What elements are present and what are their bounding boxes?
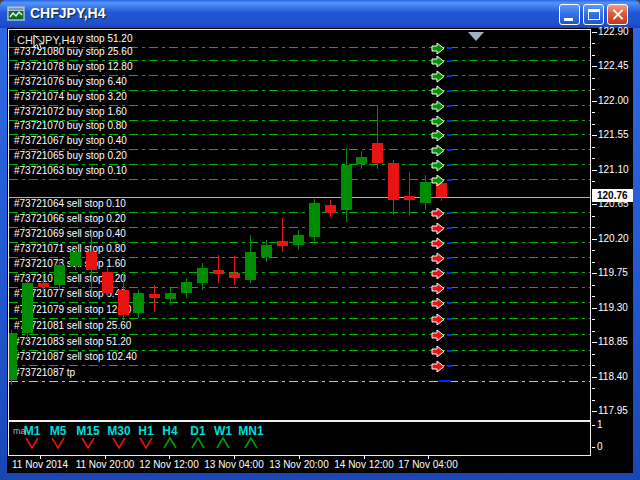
sell-order-arrow-icon [431,266,446,279]
indicator-name-label: ma [13,426,26,436]
buy-stop-order-label: #73721067 buy stop 0.40 [14,135,127,146]
sell-order-arrow-icon [431,328,446,341]
current-price-tag: 120.76 [592,189,633,202]
price-axis-tick [592,181,595,182]
sell-order-arrow-icon [431,206,446,219]
order-blue-tick [447,318,452,320]
sell-order-arrow-icon [431,251,446,264]
candle-body [420,182,431,203]
titlebar[interactable]: CHFJPY,H4 [0,0,640,28]
order-blue-tick [447,149,452,151]
candle-body [102,272,113,293]
close-button[interactable] [607,4,628,25]
order-blue-tick [447,242,452,244]
candle-body [356,157,367,164]
price-axis-label: 122.00 [598,95,629,106]
price-axis-label: 121.55 [598,129,629,140]
price-axis-tick [592,354,595,355]
candle-body [54,265,65,285]
order-blue-tick [447,272,452,274]
price-axis-tick [592,342,597,343]
buy-order-arrow-icon [431,84,446,97]
chart-window-icon [7,6,25,21]
price-axis-tick [592,365,595,366]
price-axis-tick [592,319,595,320]
chart-shift-marker-icon[interactable] [468,32,484,41]
price-axis-tick [592,411,597,412]
candle-body [293,235,304,245]
buy-stop-order-label: #73721074 buy stop 3.20 [14,91,127,102]
candle-body [325,205,336,213]
order-blue-tick [447,334,452,336]
candle-body [149,294,160,298]
price-axis-tick [592,400,595,401]
candle-wick [218,255,219,283]
minimize-button[interactable] [559,4,580,25]
indicator-subwindow[interactable]: ma M1M5M15M30H1H4D1W1MN1 [8,421,591,456]
order-blue-tick [447,179,452,181]
buy-order-arrow-icon [431,158,446,171]
price-axis-label: 118.85 [598,336,628,347]
candle-body [197,268,208,283]
main-chart-area[interactable]: CHFJPY,H4 #73721082 buy stop 51.20#73721… [8,29,591,421]
buy-stop-order-label: #73721080 buy stop 25.60 [14,46,132,57]
maximize-button[interactable] [583,4,604,25]
candle-body [213,270,224,274]
mt4-chart-window: CHFJPY,H4 CHFJPY,H4 #73721082 buy stop 5… [0,0,640,480]
buy-order-arrow-icon [431,143,446,156]
candle-body [38,283,49,287]
price-axis-tick [592,239,597,240]
subwindow-scale-top: 1 [597,419,603,430]
buy-stop-order-label: #73721063 buy stop 0.10 [14,165,127,176]
time-axis-label: 17 Nov 04:00 [398,459,458,470]
order-blue-tick [447,120,452,122]
price-axis-tick [592,296,595,297]
price-axis-tick [592,285,595,286]
symbol-period-label: CHFJPY,H4 [15,34,77,46]
buy-stop-order-label: #73721065 buy stop 0.20 [14,150,127,161]
price-axis-tick [592,147,595,148]
candle-body [181,282,192,293]
sell-order-arrow-icon [431,344,446,357]
order-blue-tick [447,257,452,259]
sell-stop-order-label: #73721069 sell stop 0.40 [14,228,126,239]
sell-stop-line [9,302,590,303]
sell-order-arrow-icon [431,281,446,294]
candle-body [86,252,97,270]
time-axis-label: 12 Nov 12:00 [139,459,199,470]
sell-stop-order-label: #73721066 sell stop 0.20 [14,213,126,224]
signal-up-icon [215,436,231,449]
price-axis-tick [592,112,595,113]
price-axis-label: 121.10 [598,164,629,175]
sell-order-arrow-icon [431,221,446,234]
price-axis-tick [592,331,595,332]
buy-order-arrow-icon [431,69,446,82]
subwindow-tick [592,425,595,426]
order-blue-tick [447,75,452,77]
price-axis-tick [592,273,597,274]
buy-stop-order-label: #73721072 buy stop 1.60 [14,106,127,117]
candle-body [309,203,320,237]
subwindow-tick [592,447,595,448]
candle-body [165,293,176,299]
price-axis-tick [592,78,595,79]
price-axis-tick [592,32,597,33]
candle-body [229,273,240,278]
candle-wick [234,256,235,285]
time-axis-label: 13 Nov 20:00 [269,459,329,470]
time-axis-label: 14 Nov 12:00 [334,459,394,470]
candle-body [118,290,129,315]
candle-wick [154,285,155,312]
candle-body [261,245,272,257]
price-axis-label: 117.95 [598,405,628,416]
sell-order-arrow-icon [431,359,446,372]
price-axis-tick [592,262,595,263]
price-axis-tick [592,204,597,205]
buy-order-arrow-icon [431,128,446,141]
tp-entry-tick [439,380,451,382]
price-axis-tick [592,101,597,102]
price-axis-tick [592,89,595,90]
price-axis-tick [592,227,595,228]
price-axis-tick [592,55,595,56]
buy-stop-line [9,179,590,180]
